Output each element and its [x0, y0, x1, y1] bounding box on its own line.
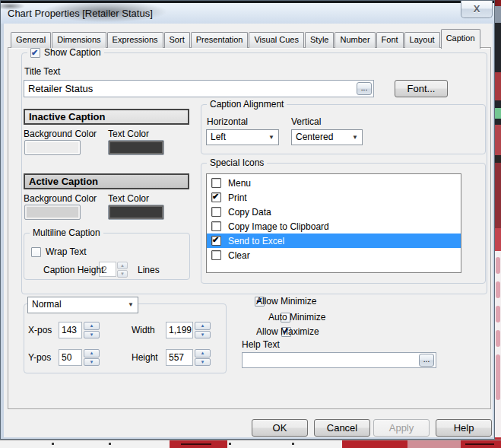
- active-background-color-swatch[interactable]: [24, 205, 81, 220]
- caption-alignment-legend: Caption Alignment: [210, 99, 284, 110]
- tab-dimensions[interactable]: Dimensions: [52, 32, 106, 48]
- help-button[interactable]: Help: [436, 419, 492, 437]
- x-pos-spinner[interactable]: ▲ ▼: [84, 322, 100, 338]
- clear-checkbox[interactable]: [211, 250, 221, 260]
- wrap-text-checkbox[interactable]: [31, 247, 41, 257]
- artifact-pink-cell: [407, 440, 461, 448]
- title-text-browse-button[interactable]: ...: [357, 82, 372, 95]
- artifact-blob: [496, 257, 500, 274]
- tab-style[interactable]: Style: [305, 32, 334, 48]
- y-pos-input[interactable]: 50: [59, 349, 82, 366]
- height-label: Height: [132, 352, 158, 363]
- help-text-browse-button[interactable]: ...: [419, 354, 434, 367]
- special-icons-listbox[interactable]: Menu Print Copy Data Copy Image to Clipb…: [206, 173, 461, 273]
- artifact-tick: [52, 443, 54, 445]
- tab-expressions[interactable]: Expressions: [107, 32, 163, 48]
- title-text-label: Title Text: [24, 66, 60, 77]
- tab-layout[interactable]: Layout: [404, 32, 440, 48]
- inactive-text-color-swatch[interactable]: [108, 140, 164, 155]
- tab-number[interactable]: Number: [335, 32, 375, 48]
- active-text-color-label: Text Color: [108, 193, 149, 204]
- special-icon-row-clear[interactable]: Clear: [207, 248, 461, 262]
- auto-minimize-label: Auto Minimize: [268, 312, 325, 322]
- wrap-text-label: Wrap Text: [46, 246, 87, 257]
- show-caption-label: Show Caption: [44, 47, 101, 59]
- copy-image-checkbox[interactable]: [211, 221, 221, 231]
- artifact-segment: [495, 119, 501, 125]
- artifact-blob: [496, 354, 500, 400]
- tab-font[interactable]: Font: [376, 32, 404, 48]
- spin-down-icon[interactable]: ▼: [195, 358, 211, 367]
- close-button[interactable]: X: [461, 1, 493, 18]
- font-button[interactable]: Font...: [395, 80, 448, 97]
- special-icon-row-copy-image[interactable]: Copy Image to Clipboard: [207, 219, 461, 234]
- tab-presentation[interactable]: Presentation: [191, 32, 249, 48]
- width-input[interactable]: 1,199: [166, 322, 193, 338]
- caption-height-label: Caption Height: [43, 265, 103, 275]
- tab-general[interactable]: General: [11, 32, 51, 48]
- tab-caption[interactable]: Caption: [441, 29, 480, 49]
- special-icon-row-send-to-excel[interactable]: Send to Excel: [207, 234, 461, 248]
- inactive-caption-preview: Inactive Caption: [24, 109, 189, 125]
- height-spinner[interactable]: ▲ ▼: [195, 349, 211, 366]
- print-checkbox[interactable]: [211, 192, 221, 202]
- height-input[interactable]: 557: [166, 349, 193, 366]
- active-caption-preview: Active Caption: [24, 173, 189, 189]
- allow-minimize-label: Allow Minimize: [256, 296, 316, 307]
- spin-up-icon[interactable]: ▲: [84, 349, 100, 357]
- dropdown-arrow-icon: ▼: [268, 135, 274, 141]
- background-app-bottom-strip: [0, 440, 501, 448]
- inactive-background-color-swatch[interactable]: [24, 140, 81, 155]
- vertical-alignment-select[interactable]: Centered ▼: [291, 129, 363, 145]
- spin-up-icon[interactable]: ▲: [84, 322, 100, 330]
- special-icon-row-menu[interactable]: Menu: [207, 176, 461, 190]
- inactive-background-color-label: Background Color: [24, 129, 97, 139]
- artifact-text-smear: [465, 443, 494, 445]
- artifact-segment: [495, 72, 501, 100]
- tab-visual-cues[interactable]: Visual Cues: [249, 32, 304, 48]
- titlebar[interactable]: Chart Properties [Retailer Status]: [1, 1, 494, 24]
- title-text-input[interactable]: Retailer Status: [24, 80, 374, 97]
- close-icon: X: [474, 3, 480, 14]
- artifact-tick: [292, 443, 294, 445]
- caption-height-spinner[interactable]: ▲ ▼: [117, 262, 128, 277]
- spin-up-icon[interactable]: ▲: [195, 349, 211, 357]
- show-caption-checkbox[interactable]: [30, 48, 40, 58]
- artifact-blob: [496, 306, 500, 322]
- spin-down-icon[interactable]: ▼: [195, 331, 211, 339]
- spin-down-icon[interactable]: ▼: [117, 270, 128, 278]
- multiline-caption-legend: Multiline Caption: [33, 227, 100, 239]
- copy-data-checkbox[interactable]: [211, 207, 221, 217]
- lines-label: Lines: [138, 265, 160, 275]
- artifact-red-cell: [342, 440, 407, 448]
- ellipsis-icon: ...: [423, 355, 430, 364]
- spin-up-icon[interactable]: ▲: [117, 262, 128, 269]
- ok-button[interactable]: OK: [252, 419, 308, 437]
- y-pos-label: Y-pos: [28, 352, 51, 363]
- width-spinner[interactable]: ▲ ▼: [195, 322, 211, 338]
- apply-button: Apply: [373, 419, 430, 437]
- size-mode-select[interactable]: Normal ▼: [27, 297, 138, 313]
- tab-sort[interactable]: Sort: [164, 32, 190, 48]
- horizontal-alignment-select[interactable]: Left ▼: [206, 129, 279, 145]
- artifact-segment: [495, 155, 501, 163]
- spin-down-icon[interactable]: ▼: [84, 358, 100, 367]
- spin-up-icon[interactable]: ▲: [195, 322, 211, 330]
- chart-properties-dialog: Chart Properties [Retailer Status] X Gen…: [0, 0, 495, 440]
- artifact-segment: [495, 23, 501, 72]
- y-pos-spinner[interactable]: ▲ ▼: [84, 349, 100, 366]
- vertical-label: Vertical: [291, 116, 321, 127]
- cancel-button[interactable]: Cancel: [314, 419, 370, 437]
- title-text-value: Retailer Status: [28, 83, 93, 94]
- send-to-excel-checkbox[interactable]: [211, 236, 221, 246]
- help-text-input[interactable]: [242, 352, 436, 368]
- special-icon-row-copy-data[interactable]: Copy Data: [207, 205, 461, 219]
- active-text-color-swatch[interactable]: [108, 205, 164, 220]
- x-pos-input[interactable]: 143: [59, 322, 82, 338]
- spin-down-icon[interactable]: ▼: [84, 331, 100, 339]
- artifact-segment: [495, 163, 501, 228]
- menu-checkbox[interactable]: [211, 178, 221, 188]
- special-icon-row-print[interactable]: Print: [207, 190, 461, 205]
- special-icons-legend: Special Icons: [210, 157, 264, 169]
- x-pos-label: X-pos: [28, 325, 52, 335]
